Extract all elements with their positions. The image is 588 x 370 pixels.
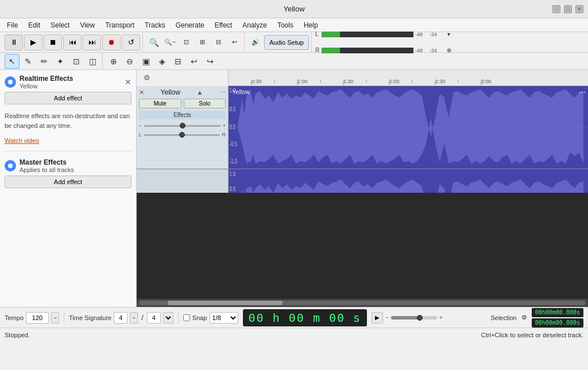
zoom-sel-button[interactable]: ⊞ [195, 35, 210, 50]
menu-analyze[interactable]: Analyze [238, 20, 272, 30]
skip-start-button[interactable]: ⊟ [171, 54, 185, 69]
selection-end-display[interactable]: 00h00m00.000s [532, 318, 583, 328]
master-effects-toggle[interactable] [5, 160, 16, 172]
solo-button[interactable]: Solo [184, 99, 226, 108]
effects-label[interactable]: Effects [139, 111, 226, 119]
menu-file[interactable]: File [2, 20, 22, 30]
zoom-tool-button[interactable]: ⊡ [69, 54, 84, 69]
tempo-down-button[interactable]: − [51, 312, 59, 324]
pan-row: L R [139, 131, 226, 139]
realtime-effects-close[interactable]: ✕ [125, 77, 131, 87]
track-row-bottom: 1.0 0.5 0.0 -0.5 -1.0 [137, 169, 588, 193]
play-mini-button[interactable]: ▶ [372, 312, 383, 324]
master-effects-header: Master Effects Applies to all tracks [5, 158, 131, 176]
menu-effect[interactable]: Effect [210, 20, 237, 30]
menu-bar: File Edit Select View Transport Tracks G… [0, 18, 588, 32]
track-options-button-top[interactable]: ⋯ [579, 88, 586, 96]
menu-select[interactable]: Select [46, 20, 74, 30]
time-sig-den-input[interactable] [147, 312, 161, 324]
zoom-in2-button[interactable]: ⊕ [106, 54, 121, 69]
pause-button[interactable]: ⏸ [5, 34, 23, 50]
status-left: Stopped. [5, 332, 30, 338]
window-controls: − □ ✕ [552, 5, 583, 13]
gain-minus-icon: − [139, 123, 142, 128]
menu-tools[interactable]: Tools [273, 20, 298, 30]
track-waveform-top[interactable]: Yellow ⋯ 1.0 0.5 0.0 -0.5 -1.0 [229, 86, 588, 169]
zoom-in-button[interactable]: 🔍 [146, 35, 161, 50]
zoom-out-button[interactable]: 🔍− [163, 35, 177, 50]
zoom-out2-button[interactable]: ⊖ [122, 54, 137, 69]
envelope-tool-button[interactable]: ✎ [21, 54, 36, 69]
time-sig-section: Time Signature − / [69, 312, 173, 324]
trim-tool-button[interactable]: ◫ [85, 54, 100, 69]
volume-slider[interactable] [391, 316, 437, 320]
master-effects-title: Master Effects [20, 158, 74, 166]
realtime-effects-subtitle: Yellow [20, 83, 73, 89]
fit-sel-button[interactable]: ⊡ [179, 35, 194, 50]
pan-slider[interactable] [144, 131, 219, 139]
h-scrollbar[interactable] [139, 301, 586, 305]
track-close-button[interactable]: ✕ [139, 89, 144, 96]
next-button[interactable]: ⏭ [83, 34, 101, 50]
track-controls-bottom [137, 169, 229, 193]
track-menu-button[interactable]: ⋯ [219, 89, 226, 96]
close-button[interactable]: ✕ [575, 5, 583, 13]
menu-edit[interactable]: Edit [24, 20, 45, 30]
time-sig-num-input[interactable] [114, 312, 127, 324]
undo-zoom-button[interactable]: ↩ [227, 35, 242, 50]
fit-tracks-button[interactable]: ▣ [138, 54, 153, 69]
selection-settings-button[interactable]: ⚙ [519, 310, 529, 325]
vu-L-collapse[interactable]: ▾ [444, 27, 454, 42]
bottom-bar: Tempo − Time Signature − / Snap 1/8 1/4 … [0, 307, 588, 328]
vu-R-bar [322, 48, 413, 53]
audio-setup-button[interactable]: Audio Setup [264, 35, 309, 50]
draw-tool-button[interactable]: ✏ [37, 54, 52, 69]
loop-button[interactable]: ↺ [122, 34, 140, 50]
svg-text:0.0: 0.0 [230, 123, 236, 131]
watch-video-link[interactable]: Watch video [5, 137, 131, 144]
tempo-input[interactable] [26, 312, 49, 324]
mute-button[interactable]: Mute [139, 99, 181, 108]
realtime-effects-toggle[interactable] [5, 76, 16, 88]
redo2-button[interactable]: ↪ [203, 54, 218, 69]
menu-view[interactable]: View [75, 20, 99, 30]
add-master-effect-button[interactable]: Add effect [5, 176, 131, 188]
effects-panel: Realtime Effects Yellow ✕ Add effect Rea… [0, 70, 137, 307]
tempo-section: Tempo − [5, 312, 59, 324]
volume-thumb[interactable] [417, 315, 423, 321]
gain-slider[interactable] [144, 122, 220, 130]
undo2-button[interactable]: ↩ [187, 54, 202, 69]
realtime-effects-description: Realtime effects are non-destructive and… [5, 109, 131, 133]
snap-checkbox[interactable] [183, 314, 190, 321]
snap-value-select[interactable]: 1/8 1/4 1/2 1 [210, 312, 238, 324]
track-collapse-button[interactable]: ▲ [196, 89, 203, 96]
scroll-area [137, 299, 588, 307]
time-sig-num-down[interactable]: − [130, 312, 138, 324]
add-effect-button[interactable]: Add effect [5, 92, 131, 104]
prev-button[interactable]: ⏮ [63, 34, 82, 50]
select-tool-button[interactable]: ↖ [5, 54, 20, 69]
time-sig-slash: / [141, 313, 144, 322]
zoom-fit-button[interactable]: ⊟ [211, 35, 226, 50]
gain-row: − + [139, 122, 226, 130]
stop-button[interactable]: ⏹ [44, 34, 62, 50]
ruler-ticks [229, 80, 588, 86]
track-waveform-bottom[interactable]: 1.0 0.5 0.0 -0.5 -1.0 [229, 169, 588, 193]
fit-project-button[interactable]: ◈ [154, 54, 169, 69]
menu-tracks[interactable]: Tracks [140, 20, 170, 30]
time-sig-den-select[interactable] [163, 312, 173, 324]
settings-gear-button[interactable]: ⚙ [141, 72, 153, 84]
selection-start-display[interactable]: 00h00m00.000s [532, 308, 583, 317]
menu-transport[interactable]: Transport [100, 20, 139, 30]
minimize-button[interactable]: − [552, 5, 560, 13]
track-mute-solo: Mute Solo [139, 99, 226, 108]
waveform-svg-bottom: 1.0 0.5 0.0 -0.5 -1.0 [229, 169, 588, 193]
master-effects-title-block: Master Effects Applies to all tracks [20, 158, 74, 173]
h-scrollbar-thumb[interactable] [168, 301, 283, 305]
multi-tool-button[interactable]: ✦ [53, 54, 68, 69]
maximize-button[interactable]: □ [564, 5, 572, 13]
record-button[interactable]: ⏺ [102, 34, 121, 50]
vu-R-collapse[interactable]: ⊕ [444, 43, 454, 58]
menu-generate[interactable]: Generate [171, 20, 209, 30]
play-button[interactable]: ▶ [24, 34, 42, 50]
